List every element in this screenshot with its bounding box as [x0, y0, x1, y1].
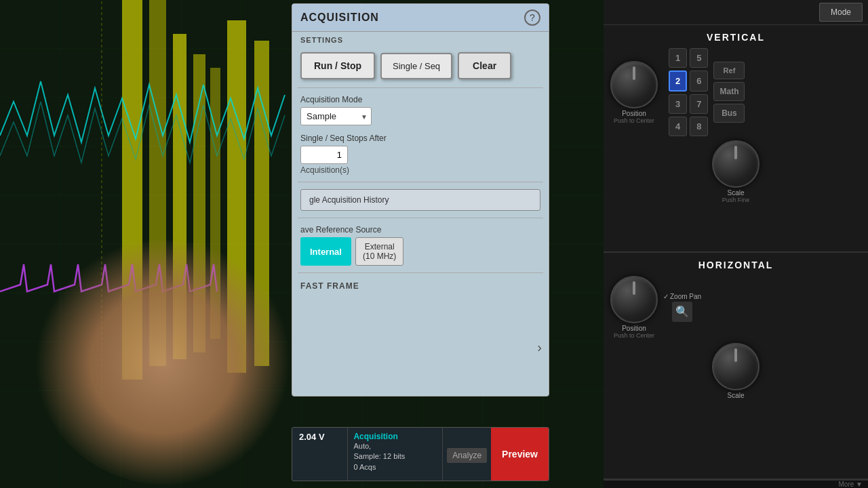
panel-title-bar: ACQUISITION ?: [292, 4, 549, 32]
divider-4: [298, 272, 543, 273]
channel-3-button[interactable]: 3: [669, 94, 687, 114]
divider-3: [298, 218, 543, 218]
ref-button[interactable]: Ref: [713, 62, 745, 79]
channel-2-button[interactable]: 2: [669, 70, 687, 92]
channel-7-button[interactable]: 7: [690, 94, 708, 114]
acquisition-panel: ACQUISITION ? SETTINGS Run / Stop Single…: [292, 3, 549, 396]
single-seq-stops-input[interactable]: 1: [300, 146, 348, 164]
divider-2: [298, 182, 543, 182]
trigger-value-section: 2.04 V: [292, 428, 348, 481]
horizontal-scale-row: Scale: [610, 343, 861, 399]
bus-button[interactable]: Bus: [713, 104, 745, 123]
horizontal-controls-row: Position Push to Center ✓ Zoom Pan 🔍: [610, 276, 861, 339]
horizontal-section: HORIZONTAL Position Push to Center ✓ Zoo…: [604, 253, 868, 481]
fast-frame-label: FAST FRAME: [300, 281, 540, 291]
horizontal-position-label: Position: [622, 325, 646, 332]
zoom-pan-check: ✓: [663, 293, 669, 300]
vertical-scale-label: Scale: [727, 189, 744, 197]
zoom-search-icon[interactable]: 🔍: [672, 302, 692, 322]
special-buttons: Ref Math Bus: [713, 62, 745, 123]
vertical-controls-row: Position Push to Center 1 5 2 6 3 7 4 8 …: [610, 48, 861, 136]
vertical-position-knob-container: Position Push to Center: [610, 61, 658, 124]
horizontal-scale-label: Scale: [727, 392, 744, 399]
single-seq-stops-group: Single / Seq Stops After 1 Acquisition(s…: [292, 129, 549, 179]
bottom-strip: More ▼: [604, 480, 868, 488]
analyze-button-section: Analyze: [443, 428, 491, 481]
status-bar: 2.04 V Acquisition Auto, Sample: 12 bits…: [292, 427, 549, 481]
vertical-scale-row: Scale Push Fine: [610, 140, 861, 203]
horizontal-position-knob[interactable]: [610, 276, 658, 323]
vertical-position-label: Position: [622, 110, 646, 117]
channel-buttons: 1 5 2 6 3 7 4 8: [669, 48, 708, 136]
acquisition-mode-label: Acquisition Mode: [300, 95, 540, 104]
horizontal-scale-knob[interactable]: [712, 343, 760, 390]
help-icon[interactable]: ?: [524, 9, 540, 26]
history-button[interactable]: gle Acquisition History: [300, 189, 540, 211]
acquisition-detail-3: 0 Acqs: [353, 462, 437, 472]
clear-button[interactable]: Clear: [458, 52, 511, 79]
acquisition-mode-select[interactable]: Sample Peak Detect Hi Res Envelope Avera…: [300, 107, 372, 125]
zoom-pan-section: ✓ Zoom Pan 🔍: [663, 293, 701, 322]
vertical-title: VERTICAL: [610, 32, 861, 43]
channel-5-button[interactable]: 5: [690, 48, 708, 68]
zoom-pan-label: ✓ Zoom Pan: [663, 293, 701, 300]
acquisition-mode-group: Acquisition Mode Sample Peak Detect Hi R…: [292, 91, 549, 129]
vertical-position-knob[interactable]: [610, 61, 658, 108]
acquisition-detail-1: Auto,: [353, 441, 437, 451]
right-panel: Mode VERTICAL Position Push to Center 1 …: [604, 0, 868, 488]
channel-8-button[interactable]: 8: [690, 117, 708, 136]
run-stop-button[interactable]: Run / Stop: [300, 52, 375, 79]
acquisition-status-section: Acquisition Auto, Sample: 12 bits 0 Acqs: [348, 428, 443, 481]
vertical-push-fine-label: Push Fine: [722, 197, 750, 203]
analyze-button[interactable]: Analyze: [447, 448, 487, 463]
settings-label: SETTINGS: [292, 32, 549, 47]
panel-buttons-row: Run / Stop Single / Seq Clear: [292, 47, 549, 85]
vertical-scale-knob-container: Scale Push Fine: [610, 140, 861, 203]
channel-6-button[interactable]: 6: [690, 70, 708, 92]
vertical-scale-knob[interactable]: [712, 140, 760, 188]
channel-4-button[interactable]: 4: [669, 117, 687, 136]
acquisition-mode-select-wrapper: Sample Peak Detect Hi Res Envelope Avera…: [300, 107, 372, 125]
acquisitions-unit-label: Acquisition(s): [300, 165, 540, 175]
single-seq-button[interactable]: Single / Seq: [380, 53, 452, 79]
horizontal-title: HORIZONTAL: [610, 260, 861, 270]
internal-button[interactable]: Internal: [300, 237, 351, 266]
ref-source-section: ave Reference Source Internal External(1…: [292, 221, 549, 270]
vertical-section: VERTICAL Position Push to Center 1 5 2 6…: [604, 25, 868, 253]
horizontal-position-knob-container: Position Push to Center: [610, 276, 658, 339]
vertical-push-center-label: Push to Center: [614, 117, 654, 124]
ref-source-label: ave Reference Source: [300, 225, 540, 235]
top-strip: Mode: [604, 0, 868, 25]
acquisition-status-title: Acquisition: [353, 432, 437, 441]
ref-source-buttons: Internal External(10 MHz): [300, 237, 540, 266]
mode-button[interactable]: Mode: [819, 3, 863, 22]
panel-title: ACQUISITION: [300, 12, 379, 24]
external-button[interactable]: External(10 MHz): [355, 237, 403, 266]
acquisition-detail-2: Sample: 12 bits: [353, 451, 437, 462]
channel-1-button[interactable]: 1: [669, 48, 687, 68]
external-label: External(10 MHz): [363, 242, 396, 261]
fast-frame-section: FAST FRAME: [292, 276, 549, 293]
zoom-pan-text: Zoom Pan: [670, 293, 701, 300]
trigger-value: 2.04 V: [299, 432, 340, 442]
horizontal-scale-knob-container: Scale: [610, 343, 861, 399]
preview-button[interactable]: Preview: [491, 428, 549, 481]
horizontal-push-center-label: Push to Center: [614, 332, 654, 339]
math-button[interactable]: Math: [713, 82, 745, 101]
more-label: More ▼: [839, 481, 863, 488]
single-seq-stops-label: Single / Seq Stops After: [300, 134, 540, 143]
divider-1: [298, 87, 543, 88]
scroll-right-icon[interactable]: ›: [537, 340, 542, 355]
